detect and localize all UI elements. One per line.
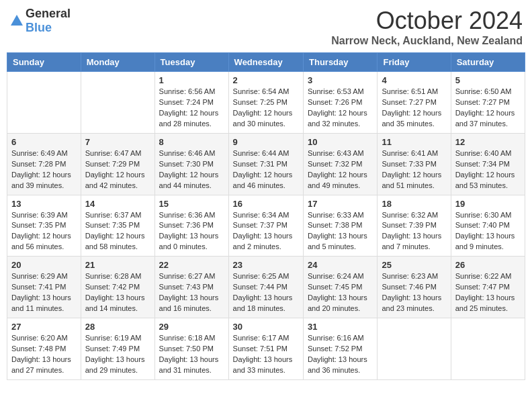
calendar-cell: 22Sunrise: 6:27 AM Sunset: 7:43 PM Dayli… xyxy=(154,257,228,318)
day-number: 23 xyxy=(233,260,299,270)
day-info: Sunrise: 6:47 AM Sunset: 7:29 PM Dayligh… xyxy=(85,148,150,191)
calendar-cell: 6Sunrise: 6:49 AM Sunset: 7:28 PM Daylig… xyxy=(7,133,81,195)
weekday-header-friday: Friday xyxy=(378,53,451,72)
calendar-cell: 12Sunrise: 6:40 AM Sunset: 7:34 PM Dayli… xyxy=(451,133,525,195)
day-number: 10 xyxy=(308,137,373,147)
calendar-cell: 2Sunrise: 6:54 AM Sunset: 7:25 PM Daylig… xyxy=(228,72,303,134)
day-info: Sunrise: 6:27 AM Sunset: 7:43 PM Dayligh… xyxy=(159,271,224,314)
day-number: 20 xyxy=(11,260,77,270)
day-number: 17 xyxy=(308,199,373,209)
day-number: 15 xyxy=(159,199,224,209)
calendar-cell: 19Sunrise: 6:30 AM Sunset: 7:40 PM Dayli… xyxy=(451,195,525,257)
day-info: Sunrise: 6:18 AM Sunset: 7:50 PM Dayligh… xyxy=(159,333,224,376)
calendar-cell: 15Sunrise: 6:36 AM Sunset: 7:36 PM Dayli… xyxy=(154,195,228,257)
day-number: 2 xyxy=(233,75,299,85)
day-info: Sunrise: 6:54 AM Sunset: 7:25 PM Dayligh… xyxy=(233,87,299,130)
day-info: Sunrise: 6:40 AM Sunset: 7:34 PM Dayligh… xyxy=(455,148,521,191)
logo-general-text: General xyxy=(26,7,71,20)
day-number: 5 xyxy=(455,75,521,85)
day-info: Sunrise: 6:29 AM Sunset: 7:41 PM Dayligh… xyxy=(11,271,77,314)
day-info: Sunrise: 6:22 AM Sunset: 7:47 PM Dayligh… xyxy=(455,271,521,314)
calendar-cell: 3Sunrise: 6:53 AM Sunset: 7:26 PM Daylig… xyxy=(304,72,378,134)
day-number: 1 xyxy=(159,75,224,85)
day-number: 31 xyxy=(308,322,373,332)
day-number: 27 xyxy=(11,322,77,332)
week-row-3: 13Sunrise: 6:39 AM Sunset: 7:35 PM Dayli… xyxy=(7,195,525,257)
day-info: Sunrise: 6:32 AM Sunset: 7:39 PM Dayligh… xyxy=(382,210,446,253)
day-info: Sunrise: 6:44 AM Sunset: 7:31 PM Dayligh… xyxy=(233,148,299,191)
day-info: Sunrise: 6:41 AM Sunset: 7:33 PM Dayligh… xyxy=(382,148,446,191)
day-info: Sunrise: 6:56 AM Sunset: 7:24 PM Dayligh… xyxy=(159,87,224,130)
day-number: 26 xyxy=(455,260,521,270)
day-number: 4 xyxy=(382,75,446,85)
day-info: Sunrise: 6:50 AM Sunset: 7:27 PM Dayligh… xyxy=(455,87,521,130)
day-number: 25 xyxy=(382,260,446,270)
logo-blue-text: Blue xyxy=(26,21,52,34)
calendar-cell: 16Sunrise: 6:34 AM Sunset: 7:37 PM Dayli… xyxy=(228,195,303,257)
day-info: Sunrise: 6:43 AM Sunset: 7:32 PM Dayligh… xyxy=(308,148,373,191)
calendar-cell xyxy=(7,72,81,134)
calendar-cell: 30Sunrise: 6:17 AM Sunset: 7:51 PM Dayli… xyxy=(228,318,303,380)
day-info: Sunrise: 6:16 AM Sunset: 7:52 PM Dayligh… xyxy=(308,333,373,376)
calendar-cell: 13Sunrise: 6:39 AM Sunset: 7:35 PM Dayli… xyxy=(7,195,81,257)
day-number: 24 xyxy=(308,260,373,270)
day-number: 22 xyxy=(159,260,224,270)
day-info: Sunrise: 6:49 AM Sunset: 7:28 PM Dayligh… xyxy=(11,148,77,191)
calendar-cell: 11Sunrise: 6:41 AM Sunset: 7:33 PM Dayli… xyxy=(378,133,451,195)
month-title: October 2024 xyxy=(331,7,523,35)
calendar-cell: 5Sunrise: 6:50 AM Sunset: 7:27 PM Daylig… xyxy=(451,72,525,134)
calendar-cell: 7Sunrise: 6:47 AM Sunset: 7:29 PM Daylig… xyxy=(81,133,154,195)
calendar-cell: 31Sunrise: 6:16 AM Sunset: 7:52 PM Dayli… xyxy=(304,318,378,380)
day-number: 7 xyxy=(85,137,150,147)
weekday-header-monday: Monday xyxy=(81,53,154,72)
day-info: Sunrise: 6:30 AM Sunset: 7:40 PM Dayligh… xyxy=(455,210,521,253)
location-title: Narrow Neck, Auckland, New Zealand xyxy=(331,35,523,47)
day-number: 11 xyxy=(382,137,446,147)
day-info: Sunrise: 6:53 AM Sunset: 7:26 PM Dayligh… xyxy=(308,87,373,130)
calendar-cell: 28Sunrise: 6:19 AM Sunset: 7:49 PM Dayli… xyxy=(81,318,154,380)
weekday-header-row: SundayMondayTuesdayWednesdayThursdayFrid… xyxy=(7,53,525,72)
day-info: Sunrise: 6:46 AM Sunset: 7:30 PM Dayligh… xyxy=(159,148,224,191)
calendar-cell: 8Sunrise: 6:46 AM Sunset: 7:30 PM Daylig… xyxy=(154,133,228,195)
day-info: Sunrise: 6:23 AM Sunset: 7:46 PM Dayligh… xyxy=(382,271,446,314)
day-number: 29 xyxy=(159,322,224,332)
calendar-cell: 10Sunrise: 6:43 AM Sunset: 7:32 PM Dayli… xyxy=(304,133,378,195)
day-info: Sunrise: 6:20 AM Sunset: 7:48 PM Dayligh… xyxy=(11,333,77,376)
day-number: 9 xyxy=(233,137,299,147)
calendar-cell: 25Sunrise: 6:23 AM Sunset: 7:46 PM Dayli… xyxy=(378,257,451,318)
day-number: 19 xyxy=(455,199,521,209)
day-info: Sunrise: 6:19 AM Sunset: 7:49 PM Dayligh… xyxy=(85,333,150,376)
day-info: Sunrise: 6:34 AM Sunset: 7:37 PM Dayligh… xyxy=(233,210,299,253)
day-info: Sunrise: 6:17 AM Sunset: 7:51 PM Dayligh… xyxy=(233,333,299,376)
weekday-header-sunday: Sunday xyxy=(7,53,81,72)
calendar-cell: 9Sunrise: 6:44 AM Sunset: 7:31 PM Daylig… xyxy=(228,133,303,195)
week-row-1: 1Sunrise: 6:56 AM Sunset: 7:24 PM Daylig… xyxy=(7,72,525,134)
day-number: 18 xyxy=(382,199,446,209)
title-area: October 2024 Narrow Neck, Auckland, New … xyxy=(331,7,523,47)
calendar-cell: 24Sunrise: 6:24 AM Sunset: 7:45 PM Dayli… xyxy=(304,257,378,318)
day-number: 6 xyxy=(11,137,77,147)
page-header: General Blue October 2024 Narrow Neck, A… xyxy=(7,7,525,47)
day-info: Sunrise: 6:25 AM Sunset: 7:44 PM Dayligh… xyxy=(233,271,299,314)
weekday-header-wednesday: Wednesday xyxy=(228,53,303,72)
calendar-cell: 26Sunrise: 6:22 AM Sunset: 7:47 PM Dayli… xyxy=(451,257,525,318)
calendar-cell: 29Sunrise: 6:18 AM Sunset: 7:50 PM Dayli… xyxy=(154,318,228,380)
calendar-cell: 23Sunrise: 6:25 AM Sunset: 7:44 PM Dayli… xyxy=(228,257,303,318)
day-number: 3 xyxy=(308,75,373,85)
day-info: Sunrise: 6:37 AM Sunset: 7:35 PM Dayligh… xyxy=(85,210,150,253)
day-number: 13 xyxy=(11,199,77,209)
weekday-header-thursday: Thursday xyxy=(304,53,378,72)
week-row-2: 6Sunrise: 6:49 AM Sunset: 7:28 PM Daylig… xyxy=(7,133,525,195)
calendar-cell: 20Sunrise: 6:29 AM Sunset: 7:41 PM Dayli… xyxy=(7,257,81,318)
calendar-cell xyxy=(451,318,525,380)
logo: General Blue xyxy=(9,7,71,35)
day-info: Sunrise: 6:39 AM Sunset: 7:35 PM Dayligh… xyxy=(11,210,77,253)
calendar-cell: 18Sunrise: 6:32 AM Sunset: 7:39 PM Dayli… xyxy=(378,195,451,257)
calendar-cell: 14Sunrise: 6:37 AM Sunset: 7:35 PM Dayli… xyxy=(81,195,154,257)
day-number: 21 xyxy=(85,260,150,270)
week-row-4: 20Sunrise: 6:29 AM Sunset: 7:41 PM Dayli… xyxy=(7,257,525,318)
day-info: Sunrise: 6:36 AM Sunset: 7:36 PM Dayligh… xyxy=(159,210,224,253)
day-number: 30 xyxy=(233,322,299,332)
calendar-cell: 17Sunrise: 6:33 AM Sunset: 7:38 PM Dayli… xyxy=(304,195,378,257)
day-info: Sunrise: 6:51 AM Sunset: 7:27 PM Dayligh… xyxy=(382,87,446,130)
